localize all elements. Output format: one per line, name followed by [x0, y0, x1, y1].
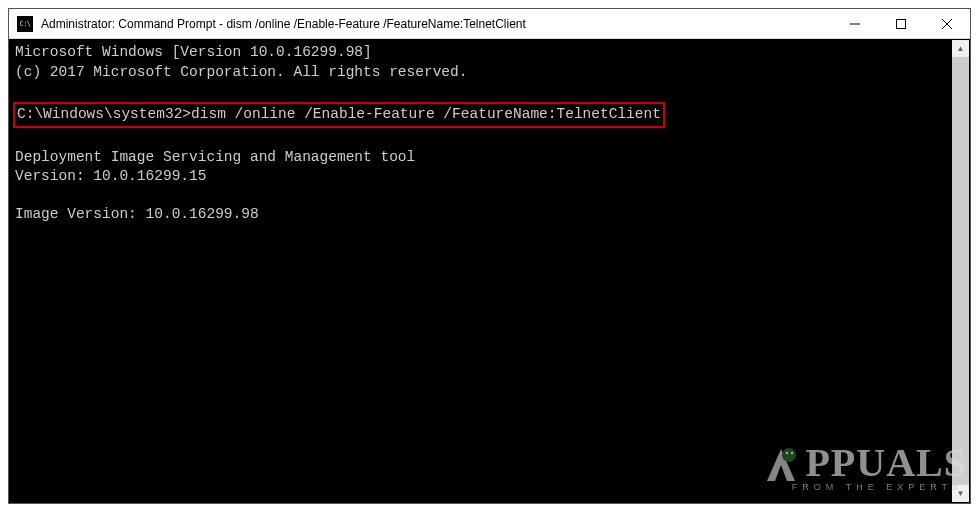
- prompt-path: C:\Windows\system32>: [17, 105, 191, 125]
- minimize-button[interactable]: [832, 9, 878, 38]
- window-title: Administrator: Command Prompt - dism /on…: [41, 17, 832, 31]
- scrollbar-thumb[interactable]: [952, 57, 969, 485]
- blank-line: [15, 187, 964, 205]
- scroll-down-arrow-icon[interactable]: ▼: [952, 485, 969, 502]
- os-version-line: Microsoft Windows [Version 10.0.16299.98…: [15, 43, 964, 63]
- vertical-scrollbar[interactable]: ▲ ▼: [952, 40, 969, 502]
- terminal-output[interactable]: Microsoft Windows [Version 10.0.16299.98…: [9, 39, 970, 503]
- image-version-line: Image Version: 10.0.16299.98: [15, 205, 964, 225]
- svg-rect-1: [897, 19, 906, 28]
- cmd-icon: [17, 16, 33, 32]
- command-highlight-box: C:\Windows\system32>dism /online /Enable…: [13, 102, 665, 128]
- maximize-icon: [896, 19, 906, 29]
- titlebar[interactable]: Administrator: Command Prompt - dism /on…: [9, 9, 970, 39]
- copyright-line: (c) 2017 Microsoft Corporation. All righ…: [15, 63, 964, 83]
- command-prompt-window: Administrator: Command Prompt - dism /on…: [8, 8, 971, 504]
- close-icon: [942, 19, 952, 29]
- scroll-up-arrow-icon[interactable]: ▲: [952, 40, 969, 57]
- close-button[interactable]: [924, 9, 970, 38]
- window-controls: [832, 9, 970, 38]
- blank-line: [15, 82, 964, 100]
- dism-version-line: Version: 10.0.16299.15: [15, 167, 964, 187]
- entered-command: dism /online /Enable-Feature /FeatureNam…: [191, 105, 661, 125]
- maximize-button[interactable]: [878, 9, 924, 38]
- blank-line: [15, 130, 964, 148]
- dism-title-line: Deployment Image Servicing and Managemen…: [15, 148, 964, 168]
- minimize-icon: [850, 19, 860, 29]
- scrollbar-track[interactable]: [952, 57, 969, 485]
